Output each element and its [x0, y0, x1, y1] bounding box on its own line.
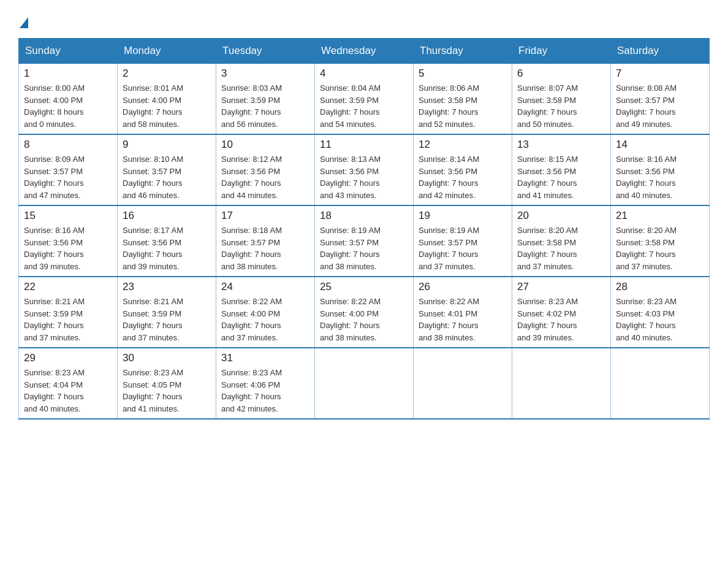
- calendar-cell: 10Sunrise: 8:12 AM Sunset: 3:56 PM Dayli…: [216, 134, 315, 205]
- day-number: 31: [221, 352, 309, 364]
- day-info: Sunrise: 8:22 AM Sunset: 4:00 PM Dayligh…: [221, 296, 309, 343]
- day-number: 6: [517, 67, 605, 80]
- day-number: 2: [123, 67, 211, 80]
- header-friday: Friday: [512, 39, 611, 64]
- day-number: 10: [221, 139, 309, 151]
- day-info: Sunrise: 8:15 AM Sunset: 3:56 PM Dayligh…: [517, 153, 605, 201]
- day-info: Sunrise: 8:22 AM Sunset: 4:00 PM Dayligh…: [320, 296, 408, 343]
- day-number: 29: [24, 352, 112, 364]
- logo: [18, 12, 28, 27]
- day-info: Sunrise: 8:20 AM Sunset: 3:58 PM Dayligh…: [616, 224, 704, 272]
- calendar-week-row: 15Sunrise: 8:16 AM Sunset: 3:56 PM Dayli…: [19, 205, 710, 277]
- day-number: 5: [419, 67, 507, 80]
- day-info: Sunrise: 8:12 AM Sunset: 3:56 PM Dayligh…: [221, 153, 309, 201]
- header-thursday: Thursday: [414, 39, 512, 64]
- day-number: 12: [419, 139, 507, 151]
- day-info: Sunrise: 8:20 AM Sunset: 3:58 PM Dayligh…: [517, 224, 605, 272]
- calendar-cell: 25Sunrise: 8:22 AM Sunset: 4:00 PM Dayli…: [315, 277, 414, 348]
- calendar-week-row: 1Sunrise: 8:00 AM Sunset: 4:00 PM Daylig…: [19, 64, 710, 135]
- calendar-cell: 4Sunrise: 8:04 AM Sunset: 3:59 PM Daylig…: [315, 64, 414, 135]
- day-number: 26: [419, 281, 507, 293]
- calendar-cell: 16Sunrise: 8:17 AM Sunset: 3:56 PM Dayli…: [118, 205, 216, 277]
- day-number: 28: [616, 281, 704, 293]
- calendar-cell: 5Sunrise: 8:06 AM Sunset: 3:58 PM Daylig…: [414, 64, 512, 135]
- day-info: Sunrise: 8:07 AM Sunset: 3:58 PM Dayligh…: [517, 82, 605, 130]
- day-info: Sunrise: 8:23 AM Sunset: 4:06 PM Dayligh…: [221, 367, 309, 415]
- calendar-week-row: 8Sunrise: 8:09 AM Sunset: 3:57 PM Daylig…: [19, 134, 710, 205]
- day-number: 19: [419, 210, 507, 222]
- day-number: 17: [221, 210, 309, 222]
- day-number: 1: [24, 67, 112, 80]
- calendar-cell: 24Sunrise: 8:22 AM Sunset: 4:00 PM Dayli…: [216, 277, 315, 348]
- calendar-cell: 12Sunrise: 8:14 AM Sunset: 3:56 PM Dayli…: [414, 134, 512, 205]
- day-info: Sunrise: 8:19 AM Sunset: 3:57 PM Dayligh…: [320, 224, 408, 272]
- calendar-cell: [512, 348, 611, 419]
- logo-arrow-icon: [20, 17, 28, 28]
- calendar-cell: [611, 348, 710, 419]
- calendar-cell: [315, 348, 414, 419]
- calendar-cell: 23Sunrise: 8:21 AM Sunset: 3:59 PM Dayli…: [118, 277, 216, 348]
- day-info: Sunrise: 8:19 AM Sunset: 3:57 PM Dayligh…: [419, 224, 507, 272]
- day-info: Sunrise: 8:00 AM Sunset: 4:00 PM Dayligh…: [24, 82, 112, 130]
- calendar-cell: 15Sunrise: 8:16 AM Sunset: 3:56 PM Dayli…: [19, 205, 118, 277]
- header-sunday: Sunday: [19, 39, 118, 64]
- day-number: 18: [320, 210, 408, 222]
- day-info: Sunrise: 8:14 AM Sunset: 3:56 PM Dayligh…: [419, 153, 507, 201]
- day-number: 16: [123, 210, 211, 222]
- day-number: 30: [123, 352, 211, 364]
- calendar-cell: 29Sunrise: 8:23 AM Sunset: 4:04 PM Dayli…: [19, 348, 118, 419]
- calendar-cell: 8Sunrise: 8:09 AM Sunset: 3:57 PM Daylig…: [19, 134, 118, 205]
- day-info: Sunrise: 8:16 AM Sunset: 3:56 PM Dayligh…: [24, 224, 112, 272]
- day-info: Sunrise: 8:04 AM Sunset: 3:59 PM Dayligh…: [320, 82, 408, 130]
- day-number: 25: [320, 281, 408, 293]
- calendar-cell: 13Sunrise: 8:15 AM Sunset: 3:56 PM Dayli…: [512, 134, 611, 205]
- calendar-cell: 30Sunrise: 8:23 AM Sunset: 4:05 PM Dayli…: [118, 348, 216, 419]
- calendar-cell: 28Sunrise: 8:23 AM Sunset: 4:03 PM Dayli…: [611, 277, 710, 348]
- calendar-cell: 6Sunrise: 8:07 AM Sunset: 3:58 PM Daylig…: [512, 64, 611, 135]
- day-number: 22: [24, 281, 112, 293]
- day-info: Sunrise: 8:08 AM Sunset: 3:57 PM Dayligh…: [616, 82, 704, 130]
- day-info: Sunrise: 8:17 AM Sunset: 3:56 PM Dayligh…: [123, 224, 211, 272]
- day-info: Sunrise: 8:21 AM Sunset: 3:59 PM Dayligh…: [24, 296, 112, 343]
- calendar-cell: 19Sunrise: 8:19 AM Sunset: 3:57 PM Dayli…: [414, 205, 512, 277]
- day-number: 8: [24, 139, 112, 151]
- calendar-cell: 7Sunrise: 8:08 AM Sunset: 3:57 PM Daylig…: [611, 64, 710, 135]
- header-tuesday: Tuesday: [216, 39, 315, 64]
- calendar-cell: 1Sunrise: 8:00 AM Sunset: 4:00 PM Daylig…: [19, 64, 118, 135]
- calendar-cell: 27Sunrise: 8:23 AM Sunset: 4:02 PM Dayli…: [512, 277, 611, 348]
- day-info: Sunrise: 8:22 AM Sunset: 4:01 PM Dayligh…: [419, 296, 507, 343]
- calendar-cell: 31Sunrise: 8:23 AM Sunset: 4:06 PM Dayli…: [216, 348, 315, 419]
- day-number: 24: [221, 281, 309, 293]
- calendar-cell: [414, 348, 512, 419]
- day-number: 7: [616, 67, 704, 80]
- day-info: Sunrise: 8:03 AM Sunset: 3:59 PM Dayligh…: [221, 82, 309, 130]
- day-info: Sunrise: 8:23 AM Sunset: 4:02 PM Dayligh…: [517, 296, 605, 343]
- calendar-week-row: 29Sunrise: 8:23 AM Sunset: 4:04 PM Dayli…: [19, 348, 710, 419]
- day-number: 14: [616, 139, 704, 151]
- day-number: 9: [123, 139, 211, 151]
- page-header: [18, 12, 710, 27]
- calendar-cell: 3Sunrise: 8:03 AM Sunset: 3:59 PM Daylig…: [216, 64, 315, 135]
- day-number: 11: [320, 139, 408, 151]
- calendar-cell: 18Sunrise: 8:19 AM Sunset: 3:57 PM Dayli…: [315, 205, 414, 277]
- day-info: Sunrise: 8:06 AM Sunset: 3:58 PM Dayligh…: [419, 82, 507, 130]
- calendar-table: SundayMondayTuesdayWednesdayThursdayFrid…: [18, 38, 710, 419]
- header-wednesday: Wednesday: [315, 39, 414, 64]
- calendar-cell: 26Sunrise: 8:22 AM Sunset: 4:01 PM Dayli…: [414, 277, 512, 348]
- day-info: Sunrise: 8:13 AM Sunset: 3:56 PM Dayligh…: [320, 153, 408, 201]
- day-number: 3: [221, 67, 309, 80]
- day-number: 27: [517, 281, 605, 293]
- day-number: 23: [123, 281, 211, 293]
- day-number: 13: [517, 139, 605, 151]
- day-number: 21: [616, 210, 704, 222]
- calendar-cell: 20Sunrise: 8:20 AM Sunset: 3:58 PM Dayli…: [512, 205, 611, 277]
- day-info: Sunrise: 8:10 AM Sunset: 3:57 PM Dayligh…: [123, 153, 211, 201]
- day-info: Sunrise: 8:23 AM Sunset: 4:05 PM Dayligh…: [123, 367, 211, 415]
- calendar-cell: 14Sunrise: 8:16 AM Sunset: 3:56 PM Dayli…: [611, 134, 710, 205]
- calendar-cell: 17Sunrise: 8:18 AM Sunset: 3:57 PM Dayli…: [216, 205, 315, 277]
- day-number: 20: [517, 210, 605, 222]
- day-info: Sunrise: 8:23 AM Sunset: 4:03 PM Dayligh…: [616, 296, 704, 343]
- calendar-cell: 22Sunrise: 8:21 AM Sunset: 3:59 PM Dayli…: [19, 277, 118, 348]
- header-saturday: Saturday: [611, 39, 710, 64]
- calendar-cell: 9Sunrise: 8:10 AM Sunset: 3:57 PM Daylig…: [118, 134, 216, 205]
